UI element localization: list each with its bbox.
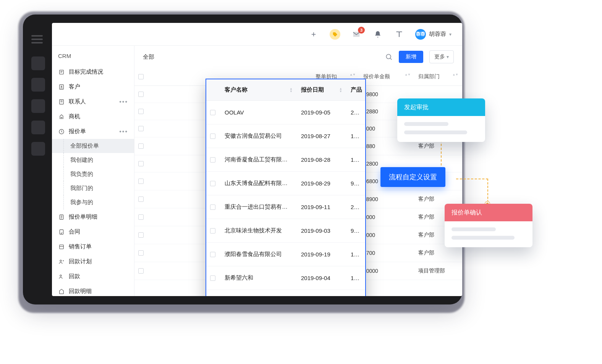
sidebar-item[interactable]: 目标完成情况 <box>52 64 134 79</box>
paydetail-icon <box>58 288 65 295</box>
overlay-row[interactable]: 安徽古润食品贸易公司2019-08-27129 <box>206 124 365 148</box>
sidebar-item[interactable]: 商机 <box>52 109 134 124</box>
rail-item[interactable] <box>31 78 45 92</box>
target-icon <box>58 69 65 75</box>
sidebar-item[interactable]: 报价单明细 <box>52 209 134 224</box>
rail-item[interactable] <box>31 56 45 70</box>
rail-item[interactable] <box>31 121 45 134</box>
sidebar-subitem[interactable]: 全部报价单 <box>52 139 134 153</box>
sidebar-item[interactable]: 回款 <box>52 269 134 284</box>
row-checkbox[interactable] <box>134 103 147 120</box>
row-checkbox[interactable] <box>206 228 219 234</box>
sidebar-item[interactable]: 联系人••• <box>52 94 134 109</box>
scope-label[interactable]: 全部 <box>143 53 154 61</box>
sidebar-item[interactable]: 报价单••• <box>52 124 134 139</box>
callout-initiate-approval: 发起审批 <box>397 98 485 142</box>
sidebar-item[interactable]: 客户 <box>52 79 134 94</box>
sidebar-item[interactable]: 合同 <box>52 224 134 239</box>
rail-item[interactable] <box>31 99 45 113</box>
overlay-row[interactable]: 河南香凝食品工贸有限…2019-08-28100 <box>206 148 365 172</box>
workflow-settings-pill[interactable]: 流程自定义设置 <box>380 167 445 187</box>
sidebar-item[interactable]: 回款计划 <box>52 254 134 269</box>
more-button[interactable]: 更多 ▾ <box>429 50 454 63</box>
row-checkbox[interactable] <box>206 275 219 281</box>
sidebar-subitem[interactable]: 我部门的 <box>52 181 134 195</box>
cell-amount: 198 <box>345 251 365 258</box>
th-dept[interactable]: 归属部门▲▼ <box>414 68 462 86</box>
sidebar-item-label: 回款计划 <box>69 258 92 265</box>
row-checkbox[interactable] <box>134 226 147 244</box>
cell-amount: 200 <box>345 109 365 116</box>
row-checkbox[interactable] <box>134 137 147 155</box>
cell-date: 2019-09-19 <box>296 251 345 258</box>
row-checkbox[interactable] <box>134 190 147 208</box>
overlay-row[interactable]: 濮阳春雪食品有限公司2019-09-19198 <box>206 243 365 266</box>
row-checkbox[interactable] <box>206 110 219 115</box>
overlay-row[interactable]: 北京月盛斋清真食品有…2019-09-19100 <box>206 290 365 296</box>
row-checkbox[interactable] <box>206 157 219 163</box>
overlay-row[interactable]: OOLAV2019-09-05200 <box>206 101 365 124</box>
overlay-row[interactable]: 重庆合一进出口贸易有…2019-09-11249 <box>206 195 365 219</box>
sidebar-item[interactable]: 销售订单 <box>52 239 134 254</box>
row-checkbox[interactable] <box>134 120 147 137</box>
search-icon[interactable] <box>385 53 393 61</box>
more-dots-icon[interactable]: ••• <box>119 98 128 105</box>
overlay-th-amount[interactable]: 产品 <box>345 79 365 100</box>
menu-hamburger-icon[interactable] <box>31 35 43 43</box>
cell-customer: 濮阳春雪食品有限公司 <box>219 251 296 258</box>
detail-icon <box>58 214 65 220</box>
rail-item[interactable] <box>31 142 45 156</box>
overlay-row[interactable]: 山东天博食品配料有限…2019-08-29998 <box>206 172 365 195</box>
tag-icon[interactable] <box>330 29 340 40</box>
more-dots-icon[interactable]: ••• <box>119 128 128 135</box>
app-screen: 3 蓉蓉 胡蓉蓉 ▾ CRM 目标完成情况客户联系人•••商机报价单•••全部报… <box>52 23 462 296</box>
row-checkbox[interactable] <box>134 208 147 226</box>
sidebar-item-label: 报价单明细 <box>69 213 97 221</box>
chevron-down-icon: ▾ <box>447 54 449 60</box>
sidebar-subitem[interactable]: 我参与的 <box>52 195 134 209</box>
sidebar-item-label: 回款明细 <box>69 288 92 295</box>
sidebar-item-label: 报价单 <box>69 128 86 135</box>
cell-customer: 河南香凝食品工贸有限… <box>219 156 296 163</box>
cell-date: 2019-09-11 <box>296 204 345 210</box>
sidebar-subitem[interactable]: 我创建的 <box>52 153 134 167</box>
row-checkbox[interactable] <box>134 155 147 172</box>
cell-amount: 998 <box>345 180 365 187</box>
book-icon[interactable] <box>394 29 405 40</box>
cell-date: 2019-08-27 <box>296 133 345 139</box>
cell-date: 2019-08-28 <box>296 156 345 163</box>
overlay-th-checkbox[interactable] <box>206 79 219 100</box>
row-checkbox[interactable] <box>206 252 219 257</box>
overlay-th-name[interactable]: 客户名称▲▼ <box>219 79 296 100</box>
cell-amount: 100 <box>345 275 365 281</box>
plus-icon[interactable] <box>308 29 319 40</box>
row-checkbox[interactable] <box>134 262 147 280</box>
sidebar-title: CRM <box>52 49 134 64</box>
row-checkbox[interactable] <box>134 86 147 103</box>
overlay-row[interactable]: 北京味浓生物技术开发2019-09-03980 <box>206 219 365 243</box>
callout-title: 发起审批 <box>397 98 485 116</box>
row-checkbox[interactable] <box>134 172 147 190</box>
sidebar-item-label: 商机 <box>69 113 80 120</box>
deal-icon <box>58 114 65 120</box>
cell-amount: 18900 <box>359 190 414 208</box>
row-checkbox[interactable] <box>206 181 219 186</box>
overlay-th-date[interactable]: 报价日期▲▼ <box>296 79 345 100</box>
sidebar-item[interactable]: 回款明细 <box>52 284 134 296</box>
user-menu[interactable]: 蓉蓉 胡蓉蓉 ▾ <box>415 29 452 40</box>
add-button[interactable]: 新增 <box>399 51 423 63</box>
th-amount[interactable]: 报价单金额▲▼ <box>359 68 414 86</box>
mail-icon[interactable]: 3 <box>351 29 362 40</box>
bell-icon[interactable] <box>372 29 383 40</box>
avatar: 蓉蓉 <box>415 29 426 40</box>
tablet-device: 3 蓉蓉 胡蓉蓉 ▾ CRM 目标完成情况客户联系人•••商机报价单•••全部报… <box>23 14 462 304</box>
th-checkbox[interactable] <box>134 68 147 86</box>
payback-icon <box>58 274 65 280</box>
overlay-row[interactable]: 新希望六和2019-09-04100 <box>206 266 365 290</box>
sidebar: CRM 目标完成情况客户联系人•••商机报价单•••全部报价单我创建的我负责的我… <box>52 46 134 296</box>
sidebar-subitem[interactable]: 我负责的 <box>52 167 134 181</box>
svg-point-18 <box>60 260 61 261</box>
row-checkbox[interactable] <box>134 244 147 262</box>
row-checkbox[interactable] <box>206 134 219 139</box>
row-checkbox[interactable] <box>206 205 219 210</box>
